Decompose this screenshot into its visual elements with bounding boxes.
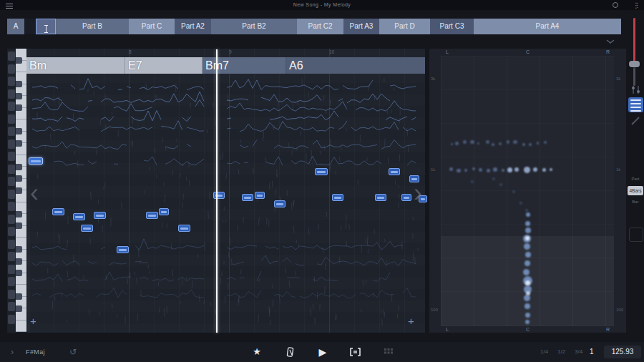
black-key[interactable]: [16, 93, 22, 99]
octave-block[interactable]: [8, 102, 15, 111]
part-tab-part-c[interactable]: Part C: [129, 19, 175, 34]
octave-block[interactable]: [8, 190, 15, 199]
black-key[interactable]: [16, 128, 22, 134]
undo-icon[interactable]: ↺: [67, 342, 79, 362]
help-icon[interactable]: [613, 2, 618, 8]
midi-note[interactable]: [146, 212, 158, 219]
midi-note[interactable]: [401, 194, 411, 201]
part-tab-part-c3[interactable]: Part C3: [430, 19, 474, 34]
midi-note[interactable]: [332, 194, 343, 201]
midi-note[interactable]: [255, 192, 265, 199]
division-3-4[interactable]: 3/4: [575, 342, 582, 362]
octave-block[interactable]: [8, 140, 15, 149]
scroll-right-icon[interactable]: ›: [414, 180, 422, 206]
chord-region-bm[interactable]: Bm: [26, 57, 125, 74]
black-key[interactable]: [16, 270, 22, 276]
octave-block[interactable]: [8, 77, 15, 86]
octave-block[interactable]: [8, 290, 15, 299]
part-tab-part-b2[interactable]: Part B2: [211, 19, 297, 34]
metronome-icon[interactable]: [286, 347, 296, 358]
white-key[interactable]: [16, 321, 26, 333]
part-tab-part-c2[interactable]: Part C2: [297, 19, 343, 34]
midi-note[interactable]: [213, 192, 225, 199]
part-mode-label[interactable]: Part: [625, 177, 644, 181]
octave-block[interactable]: [8, 64, 15, 74]
octave-block[interactable]: [8, 152, 15, 161]
midi-note[interactable]: [29, 157, 43, 165]
midi-note[interactable]: [159, 208, 169, 215]
midi-note[interactable]: [242, 194, 253, 201]
octave-block[interactable]: [8, 215, 15, 224]
midi-note[interactable]: [274, 200, 286, 207]
midi-note[interactable]: [94, 212, 106, 219]
octave-block[interactable]: [8, 202, 15, 211]
add-left-icon[interactable]: +: [30, 315, 36, 327]
sidebar-kebab-icon[interactable]: ⋮: [633, 1, 640, 9]
part-tab-part-a2[interactable]: Part A2: [175, 19, 211, 34]
expand-chevron-icon[interactable]: ›: [7, 342, 17, 362]
black-key[interactable]: [16, 140, 22, 147]
loop-region-icon[interactable]: [350, 348, 361, 356]
grid-length-button[interactable]: 4Bars: [628, 186, 643, 195]
chord-region-a6[interactable]: A6: [286, 57, 425, 74]
black-key[interactable]: [16, 57, 22, 64]
part-tab-part-a4[interactable]: Part A4: [474, 19, 621, 34]
black-key[interactable]: [16, 246, 22, 253]
black-key[interactable]: [16, 222, 22, 229]
part-tab-selected[interactable]: [36, 19, 56, 34]
octave-block[interactable]: [8, 52, 15, 61]
octave-block[interactable]: [8, 240, 15, 249]
midi-note[interactable]: [315, 168, 328, 175]
chord-region-e7[interactable]: E7: [125, 57, 203, 74]
midi-note[interactable]: [73, 213, 85, 220]
sidebar-tool-box[interactable]: [629, 228, 643, 242]
lyrics-list-button[interactable]: [628, 97, 643, 112]
beat-indicator[interactable]: 1: [590, 342, 594, 362]
mixer-icon[interactable]: [630, 85, 642, 94]
octave-block[interactable]: [8, 89, 15, 99]
midi-note[interactable]: [375, 194, 386, 201]
part-tab-a[interactable]: A: [7, 19, 24, 34]
black-key[interactable]: [16, 258, 22, 265]
tempo-display[interactable]: 125.93: [604, 346, 641, 358]
midi-note[interactable]: [81, 225, 93, 232]
octave-block[interactable]: [8, 277, 15, 286]
part-tab-part-d[interactable]: Part D: [379, 19, 430, 34]
octave-block[interactable]: [8, 127, 15, 136]
scroll-left-icon[interactable]: ‹: [30, 180, 39, 206]
division-1-4[interactable]: 1/4: [540, 342, 548, 362]
black-key[interactable]: [16, 211, 22, 217]
octave-block[interactable]: [8, 177, 15, 186]
star-icon[interactable]: ★: [250, 342, 263, 362]
midi-note[interactable]: [178, 225, 190, 232]
pencil-icon[interactable]: [631, 116, 641, 125]
black-key[interactable]: [16, 81, 22, 87]
black-key[interactable]: [16, 305, 22, 312]
bar-mode-label[interactable]: Bar: [625, 200, 644, 204]
black-key[interactable]: [16, 164, 22, 170]
octave-block[interactable]: [8, 315, 15, 324]
black-key[interactable]: [16, 187, 22, 194]
grid-snap-icon[interactable]: [384, 348, 393, 356]
playhead[interactable]: [216, 49, 218, 333]
black-key[interactable]: [16, 104, 22, 111]
black-key[interactable]: [16, 175, 22, 182]
octave-block[interactable]: [8, 114, 15, 124]
octave-block[interactable]: [8, 265, 15, 274]
part-tab-part-b[interactable]: Part B: [56, 19, 129, 34]
part-tab-part-a3[interactable]: Part A3: [343, 19, 379, 34]
black-key[interactable]: [16, 293, 22, 300]
division-1-2[interactable]: 1/2: [557, 342, 565, 362]
midi-note[interactable]: [117, 246, 129, 253]
octave-block[interactable]: [8, 302, 15, 311]
midi-note[interactable]: [52, 208, 64, 215]
volume-fader-knob[interactable]: [629, 61, 640, 67]
play-icon[interactable]: ▶: [316, 342, 330, 362]
key-signature-label[interactable]: F#Maj: [26, 342, 45, 362]
chevron-down-icon[interactable]: [605, 39, 615, 44]
add-right-icon[interactable]: +: [408, 315, 414, 327]
chord-region-bm7[interactable]: Bm7: [203, 57, 286, 74]
midi-note[interactable]: [389, 168, 400, 175]
octave-block[interactable]: [8, 165, 15, 174]
octave-block[interactable]: [8, 227, 15, 236]
